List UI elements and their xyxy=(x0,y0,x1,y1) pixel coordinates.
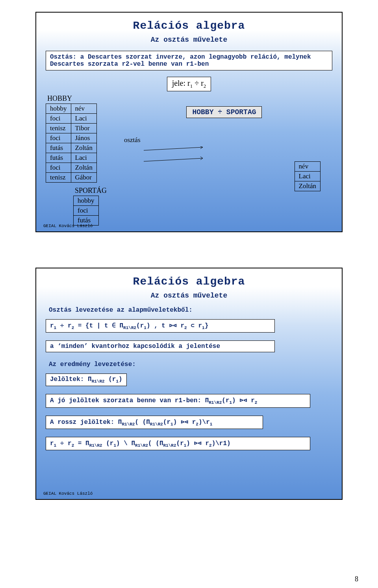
sub: 1 xyxy=(144,325,146,330)
t: } xyxy=(205,322,209,329)
t: A rossz jelöltek: Π xyxy=(50,419,122,426)
sportag-header: hobby xyxy=(74,196,99,206)
t: ÷ r xyxy=(56,322,71,329)
t: ( (Π xyxy=(135,419,150,426)
cell: Gábor xyxy=(71,173,96,183)
cell: Laci xyxy=(71,114,96,124)
hobby-col-1: név xyxy=(71,104,96,114)
notation-text-a: jele: r xyxy=(172,79,190,87)
t: )\r xyxy=(198,419,210,426)
sportag-wrap: SPORTÁG hobby foci futás xyxy=(73,187,107,226)
sub-2: 2 xyxy=(204,83,206,89)
footer: GEIAL Kovács László xyxy=(43,224,93,228)
formula-3: Jelöltek: ΠR1\R2 (r1) xyxy=(46,374,127,386)
cell: futás xyxy=(46,153,71,163)
cell: foci xyxy=(46,133,71,143)
slide-2: Relációs algebra Az osztás művelete Oszt… xyxy=(35,268,343,500)
t: (r xyxy=(136,322,144,329)
t: (r xyxy=(163,419,170,426)
sub: 2 xyxy=(184,325,187,330)
slide1-subtitle: Az osztás művelete xyxy=(46,36,332,44)
t: (r xyxy=(222,397,229,404)
sub: 2 xyxy=(196,422,198,427)
definition-box: Osztás: a Descartes szorzat inverze, azo… xyxy=(46,51,332,70)
formula-6: r1 ÷ r2 = ΠR1\R2 (r1) \ ΠR1\R2( (ΠR1\R2(… xyxy=(46,437,310,450)
sportag-table-name: SPORTÁG xyxy=(75,187,107,195)
svg-line-1 xyxy=(144,158,203,161)
t: = Π xyxy=(74,440,89,447)
sub: R1\R2 xyxy=(150,422,163,427)
t: ⊂ r xyxy=(187,322,202,329)
osztas-label: osztás xyxy=(124,136,141,144)
sub: 1 xyxy=(202,325,205,330)
cell: tenisz xyxy=(46,173,71,183)
cell: Zoltán xyxy=(71,143,96,153)
cell: János xyxy=(71,133,96,143)
formula-1: r1 ÷ r2 = {t | t ∈ ΠR1\R2(r1) , t ⊳⊲ r2 … xyxy=(46,319,275,333)
cell: Laci xyxy=(71,153,96,163)
formula-4: A jó jelöltek szorzata benne van r1-ben:… xyxy=(46,394,310,407)
cell: Tibor xyxy=(71,124,96,133)
t: = {t | t ∈ Π xyxy=(74,322,123,329)
t: ) ⊳⊲ r xyxy=(232,397,255,404)
t: (r xyxy=(176,440,184,447)
t: r xyxy=(50,440,54,447)
cell: foci xyxy=(46,163,71,173)
cell: Zoltán xyxy=(295,181,320,191)
left-column: HOBBY hobby név fociLaci teniszTibor foc… xyxy=(46,94,107,226)
sub: R1\R2 xyxy=(89,443,102,448)
t: ) ⊳⊲ r xyxy=(173,419,196,426)
sub: R1\R2 xyxy=(209,401,222,405)
t: ) , t ⊳⊲ r xyxy=(146,322,184,329)
sub: R1\R2 xyxy=(122,422,135,427)
content-row: HOBBY hobby név fociLaci teniszTibor foc… xyxy=(46,94,332,226)
result-wrap: név Laci Zoltán xyxy=(295,161,321,191)
hobby-table-name: HOBBY xyxy=(47,94,107,103)
derivation-result: Az eredmény levezetése: xyxy=(49,361,332,368)
t: ÷ r xyxy=(56,440,71,447)
hobby-col-0: hobby xyxy=(46,104,71,114)
t: (r xyxy=(102,440,114,447)
t: Jelöltek: Π xyxy=(50,376,92,383)
formula-5: A rossz jelöltek: ΠR1\R2( (ΠR1\R2(r1) ⊳⊲… xyxy=(46,416,263,429)
page: Relációs algebra Az osztás művelete Oszt… xyxy=(0,0,378,588)
slide-1: Relációs algebra Az osztás művelete Oszt… xyxy=(35,12,343,232)
cell: Laci xyxy=(295,172,320,181)
cell: foci xyxy=(74,206,99,216)
cell: foci xyxy=(46,114,71,124)
sub: R1\R2 xyxy=(92,379,105,384)
derivation-intro: Osztás levezetése az alapműveletekből: xyxy=(49,307,332,314)
result-header: név xyxy=(295,162,320,172)
sub: 2 xyxy=(255,401,258,405)
sub: R1\R2 xyxy=(163,443,176,448)
t: )\r1) xyxy=(212,440,231,447)
sub: R1\R2 xyxy=(123,325,136,330)
footer: GEIAL Kovács László xyxy=(43,491,93,496)
cell: Zoltán xyxy=(71,163,96,173)
t: A jó jelöltek szorzata benne van r1-ben:… xyxy=(50,397,209,404)
hobby-table: hobby név fociLaci teniszTibor fociJános… xyxy=(46,104,97,183)
t: (r xyxy=(105,376,116,383)
sub: 1 xyxy=(170,422,173,427)
sub: R1\R2 xyxy=(135,443,148,448)
arrow-icon xyxy=(144,146,215,166)
sub: 2 xyxy=(209,443,212,448)
notation-text-b: ÷ r xyxy=(193,79,204,87)
formula-2: a ‘minden’ kvantorhoz kapcsolódik a jele… xyxy=(46,340,275,352)
operation-box: HOBBY ÷ SPORTAG xyxy=(186,106,262,118)
right-column: HOBBY ÷ SPORTAG osztás név Laci Zoltán xyxy=(116,94,332,166)
cell: futás xyxy=(46,143,71,153)
t: ) ⊳⊲ r xyxy=(186,440,209,447)
svg-line-0 xyxy=(144,147,203,150)
slide1-title: Relációs algebra xyxy=(46,20,332,32)
sub: 1 xyxy=(210,422,213,427)
page-number: 8 xyxy=(355,575,358,583)
cell: tenisz xyxy=(46,124,71,133)
t: r xyxy=(50,322,54,329)
t: ) xyxy=(119,376,122,383)
notation-box: jele: r1 ÷ r2 xyxy=(167,77,211,91)
result-table: név Laci Zoltán xyxy=(295,161,321,191)
slide2-title: Relációs algebra xyxy=(46,276,332,288)
sportag-table: hobby foci futás xyxy=(73,196,99,226)
t: ( (Π xyxy=(148,440,163,447)
